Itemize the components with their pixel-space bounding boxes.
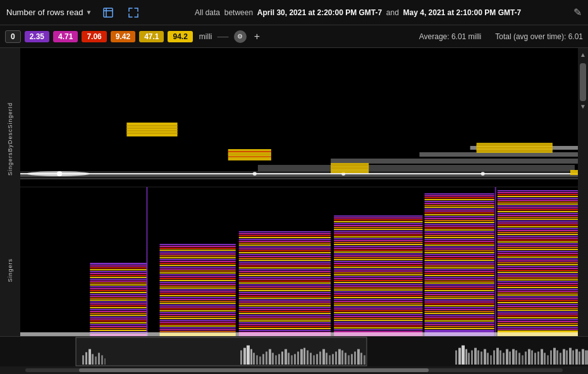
- svg-rect-97: [160, 286, 236, 287]
- svg-rect-136: [239, 254, 331, 255]
- separator: —: [217, 30, 229, 43]
- legend-chip-471b[interactable]: 47.1: [139, 31, 164, 42]
- svg-rect-286: [424, 277, 494, 278]
- svg-rect-355: [498, 264, 578, 265]
- svg-rect-169: [239, 317, 331, 318]
- svg-rect-337: [498, 230, 578, 231]
- svg-rect-49: [90, 288, 147, 289]
- svg-rect-101: [160, 293, 236, 294]
- svg-rect-476: [560, 353, 561, 365]
- edit-button[interactable]: ✎: [573, 6, 582, 18]
- svg-rect-82: [160, 257, 236, 258]
- svg-rect-208: [334, 270, 422, 272]
- svg-rect-300: [424, 303, 494, 305]
- svg-rect-179: [334, 215, 422, 217]
- svg-rect-485: [76, 337, 367, 366]
- chart-canvas[interactable]: [20, 48, 578, 336]
- svg-rect-462: [515, 351, 517, 365]
- svg-rect-219: [334, 291, 422, 293]
- svg-rect-40: [90, 271, 147, 272]
- svg-rect-321: [498, 200, 578, 201]
- legend-chip-471[interactable]: 4.71: [53, 31, 78, 42]
- svg-rect-149: [239, 279, 331, 280]
- svg-rect-150: [239, 280, 331, 282]
- svg-rect-457: [499, 351, 501, 365]
- svg-rect-479: [569, 348, 572, 365]
- svg-rect-126: [239, 235, 331, 236]
- mini-chart[interactable]: [0, 337, 588, 366]
- svg-rect-200: [334, 255, 422, 256]
- svg-rect-83: [160, 259, 236, 260]
- svg-rect-340: [498, 236, 578, 237]
- svg-rect-383: [498, 317, 578, 318]
- svg-rect-44: [90, 279, 147, 280]
- legend-chip-706[interactable]: 7.06: [82, 31, 106, 42]
- scroll-up-arrow[interactable]: ▲: [580, 51, 586, 59]
- legend-chip-942b[interactable]: 94.2: [168, 31, 192, 42]
- svg-rect-339: [498, 234, 578, 235]
- plus-button[interactable]: +: [250, 30, 264, 44]
- svg-rect-344: [498, 243, 578, 244]
- bottom-scrollbar[interactable]: [0, 366, 588, 374]
- legend-chip-235[interactable]: 2.35: [25, 31, 49, 42]
- svg-rect-95: [160, 282, 236, 283]
- svg-rect-68: [90, 324, 147, 325]
- svg-rect-230: [334, 312, 422, 313]
- svg-rect-166: [239, 311, 331, 312]
- svg-rect-183: [334, 223, 422, 224]
- metric-selector[interactable]: Number of rows read ▼: [6, 8, 92, 17]
- svg-rect-260: [424, 227, 494, 229]
- circle-settings-icon[interactable]: ⚙: [234, 30, 247, 43]
- svg-rect-296: [424, 296, 494, 297]
- svg-rect-459: [506, 349, 508, 365]
- legend-chip-0[interactable]: 0: [5, 30, 21, 43]
- crop-button[interactable]: [99, 4, 117, 21]
- svg-rect-333: [498, 222, 578, 224]
- svg-point-13: [481, 172, 485, 176]
- svg-rect-39: [90, 269, 147, 270]
- svg-rect-484: [585, 351, 588, 365]
- legend-chip-942[interactable]: 9.42: [111, 31, 135, 42]
- svg-rect-362: [498, 277, 578, 279]
- svg-rect-318: [498, 194, 578, 195]
- scroll-down-arrow[interactable]: ▼: [580, 102, 586, 111]
- svg-rect-201: [334, 257, 422, 258]
- svg-rect-380: [498, 311, 578, 313]
- svg-rect-116: [160, 322, 236, 323]
- svg-rect-262: [424, 231, 494, 232]
- svg-rect-184: [334, 225, 422, 226]
- svg-rect-279: [424, 263, 494, 265]
- svg-rect-363: [498, 279, 578, 280]
- svg-rect-119: [160, 327, 236, 329]
- svg-rect-34: [570, 170, 578, 175]
- svg-rect-148: [239, 277, 331, 278]
- svg-rect-33: [477, 150, 553, 151]
- svg-rect-280: [424, 265, 494, 267]
- svg-rect-141: [239, 263, 331, 265]
- svg-rect-341: [498, 238, 578, 239]
- svg-rect-180: [334, 217, 422, 219]
- svg-rect-24: [228, 151, 271, 152]
- svg-rect-268: [424, 243, 494, 244]
- svg-rect-87: [160, 267, 236, 268]
- svg-rect-481: [575, 349, 578, 365]
- svg-rect-7: [20, 178, 578, 179]
- bottom-scroll-thumb[interactable]: [79, 368, 429, 372]
- svg-rect-147: [239, 275, 331, 276]
- top-bar: Number of rows read ▼ All data between A…: [0, 0, 588, 25]
- svg-rect-255: [424, 218, 494, 219]
- fullscreen-button[interactable]: [125, 4, 142, 21]
- svg-rect-79: [160, 251, 236, 253]
- svg-rect-170: [239, 318, 331, 320]
- svg-rect-157: [239, 294, 331, 295]
- svg-rect-245: [424, 199, 494, 200]
- right-scrollbar[interactable]: ▲ ▼: [578, 48, 588, 336]
- svg-rect-174: [239, 326, 331, 327]
- svg-rect-388: [498, 327, 578, 328]
- svg-rect-202: [334, 259, 422, 260]
- svg-rect-51: [90, 292, 147, 293]
- svg-rect-129: [239, 241, 331, 242]
- svg-rect-86: [160, 265, 236, 266]
- scroll-thumb[interactable]: [580, 63, 586, 101]
- svg-rect-186: [334, 229, 422, 230]
